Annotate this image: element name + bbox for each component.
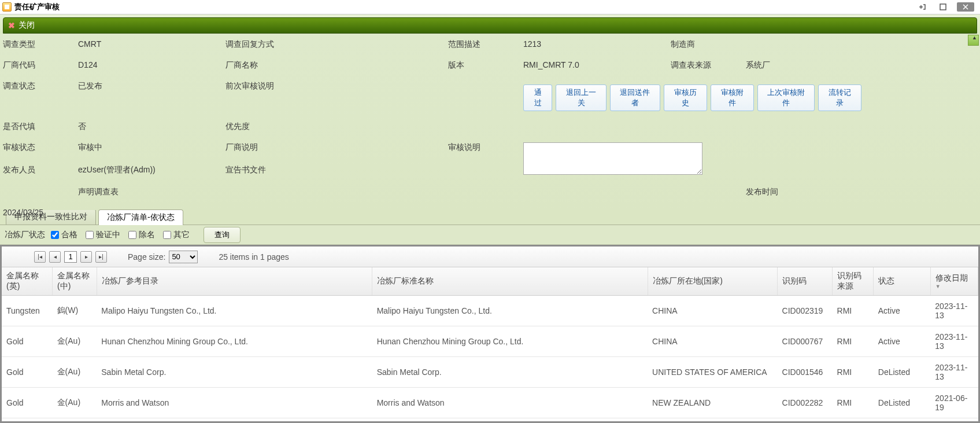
col-country[interactable]: 冶炼厂所在地(国家) (648, 267, 778, 296)
audit-history-button[interactable]: 审核历史 (664, 84, 707, 111)
table-row[interactable]: Tungsten鎢(W)Malipo Haiyu Tungsten Co., L… (2, 296, 978, 326)
title-bar: 责任矿产审核 (0, 0, 980, 14)
filter-opt-other[interactable]: 其它 (163, 230, 190, 240)
label-survey-status: 调查状态 (3, 81, 78, 91)
label-survey-type: 调查类型 (3, 39, 78, 50)
label-manufacturer: 制造商 (671, 39, 746, 50)
return-sender-button[interactable]: 退回送件者 (610, 84, 660, 111)
close-button-label[interactable]: 关闭 (19, 20, 35, 31)
value-survey-source: 系统厂 (746, 60, 861, 71)
label-publisher: 发布人员 (3, 165, 78, 175)
flow-record-button[interactable]: 流转记录 (818, 84, 861, 111)
checkbox-verifying[interactable] (86, 231, 94, 239)
label-declare-survey: 声明调查表 (78, 187, 225, 197)
value-scope-desc: 1213 (523, 39, 671, 49)
value-survey-type: CMRT (78, 39, 225, 49)
checkbox-delisted[interactable] (128, 231, 136, 239)
label-scope-desc: 范围描述 (448, 39, 523, 50)
value-survey-status: 已发布 (78, 81, 225, 91)
page-input[interactable] (64, 251, 77, 263)
label-is-proxy: 是否代填 (3, 122, 78, 132)
cell-metal_en: Gold (2, 357, 53, 388)
close-toolbar-icon[interactable]: ✖ (8, 21, 15, 30)
filter-opt-delisted[interactable]: 除名 (128, 230, 155, 240)
cell-id: CID001546 (778, 357, 833, 388)
audit-note-textarea[interactable] (523, 142, 702, 175)
cell-id: CID000767 (778, 326, 833, 357)
filter-opt-verifying[interactable]: 验证中 (86, 230, 120, 240)
cell-id: CID002319 (778, 296, 833, 326)
filter-label: 冶炼厂状态 (5, 230, 45, 240)
table-row[interactable]: Gold金(Au)Morris and WatsonMorris and Wat… (2, 388, 978, 418)
cell-std: Malipo Haiyu Tungsten Co., Ltd. (372, 296, 648, 326)
value-version: RMI_CMRT 7.0 (523, 60, 671, 69)
approve-button[interactable]: 通过 (523, 84, 552, 111)
cell-src: RMI (833, 357, 874, 388)
label-reply-mode: 调查回复方式 (225, 39, 315, 50)
query-button[interactable]: 查询 (204, 227, 241, 243)
cell-ref: Sabin Metal Corp. (97, 357, 372, 388)
label-audit-note: 审核说明 (448, 142, 523, 153)
label-mfr-name: 厂商名称 (225, 60, 315, 71)
table-row[interactable]: Gold金(Au)Hunan Chenzhou Mining Group Co.… (2, 326, 978, 357)
cell-date: 2023-11-13 (930, 357, 978, 388)
cell-date: 2023-11-13 (930, 296, 978, 326)
last-page-button[interactable]: ▸| (95, 251, 107, 263)
cell-metal_en: Tungsten (2, 296, 53, 326)
cell-status: DeListed (874, 357, 931, 388)
pin-icon[interactable] (915, 2, 929, 12)
sort-desc-icon: ▼ (935, 284, 973, 289)
pager: |◂ ◂ ▸ ▸| Page size: 50 25 items in 1 pa… (2, 247, 978, 267)
next-page-button[interactable]: ▸ (80, 251, 92, 263)
col-std-name[interactable]: 冶炼厂标准名称 (372, 267, 648, 296)
window-title: 责任矿产审核 (14, 2, 60, 12)
first-page-button[interactable]: |◂ (34, 251, 46, 263)
cell-src: RMI (833, 388, 874, 418)
cell-status: Active (874, 326, 931, 357)
cell-ref: Hunan Chenzhou Mining Group Co., Ltd. (97, 326, 372, 357)
close-icon[interactable] (957, 2, 974, 12)
checkbox-other[interactable] (163, 231, 171, 239)
col-metal-en[interactable]: 金属名称(英) (2, 267, 53, 296)
col-metal-cn[interactable]: 金属名称(中) (53, 267, 97, 296)
maximize-icon[interactable] (936, 2, 950, 12)
cell-country: CHINA (648, 296, 778, 326)
cell-metal_en: Gold (2, 388, 53, 418)
col-id[interactable]: 识别码 (778, 267, 833, 296)
cell-std: Hunan Chenzhou Mining Group Co., Ltd. (372, 326, 648, 357)
checkbox-ok[interactable] (51, 231, 59, 239)
cell-std: Morris and Watson (372, 388, 648, 418)
cell-country: CHINA (648, 326, 778, 357)
col-mod-date[interactable]: 修改日期▼ (930, 267, 978, 296)
tab-smelter-list[interactable]: 冶炼厂清单-依状态 (98, 209, 183, 225)
label-declare-file: 宣告书文件 (225, 165, 315, 175)
cell-status: DeListed (874, 388, 931, 418)
cell-metal_cn: 鎢(W) (53, 296, 97, 326)
cell-metal_cn: 金(Au) (53, 357, 97, 388)
filter-opt-ok[interactable]: 合格 (51, 230, 77, 240)
cell-ref: Malipo Haiyu Tungsten Co., Ltd. (97, 296, 372, 326)
label-survey-source: 调查表来源 (671, 60, 746, 71)
cell-src: RMI (833, 326, 874, 357)
table-header-row: 金属名称(英) 金属名称(中) 冶炼厂参考目录 冶炼厂标准名称 冶炼厂所在地(国… (2, 267, 978, 296)
label-publish-time: 发布时间 (746, 187, 861, 197)
last-audit-attach-button[interactable]: 上次审核附件 (757, 84, 815, 111)
return-prev-button[interactable]: 退回上一关 (556, 84, 606, 111)
cell-id: CID002282 (778, 388, 833, 418)
form-panel: 调查类型 CMRT 调查回复方式 范围描述 1213 制造商 厂商代码 D124… (0, 34, 980, 210)
col-id-src[interactable]: 识别码来源 (833, 267, 874, 296)
label-version: 版本 (448, 60, 523, 71)
table-row[interactable]: Gold金(Au)Sabin Metal Corp.Sabin Metal Co… (2, 357, 978, 388)
prev-page-button[interactable]: ◂ (49, 251, 61, 263)
cell-std: Sabin Metal Corp. (372, 357, 648, 388)
col-status[interactable]: 状态 (874, 267, 931, 296)
value-is-proxy: 否 (78, 122, 225, 132)
pager-summary: 25 items in 1 pages (219, 252, 289, 262)
cell-src: RMI (833, 296, 874, 326)
col-ref-catalog[interactable]: 冶炼厂参考目录 (97, 267, 372, 296)
page-size-select[interactable]: 50 (169, 251, 198, 263)
audit-attach-button[interactable]: 审核附件 (711, 84, 754, 111)
toolbar: ✖ 关闭 (3, 17, 977, 34)
value-publisher: ezUser(管理者(Adm)) (78, 165, 225, 175)
data-grid: 金属名称(英) 金属名称(中) 冶炼厂参考目录 冶炼厂标准名称 冶炼厂所在地(国… (2, 267, 978, 418)
